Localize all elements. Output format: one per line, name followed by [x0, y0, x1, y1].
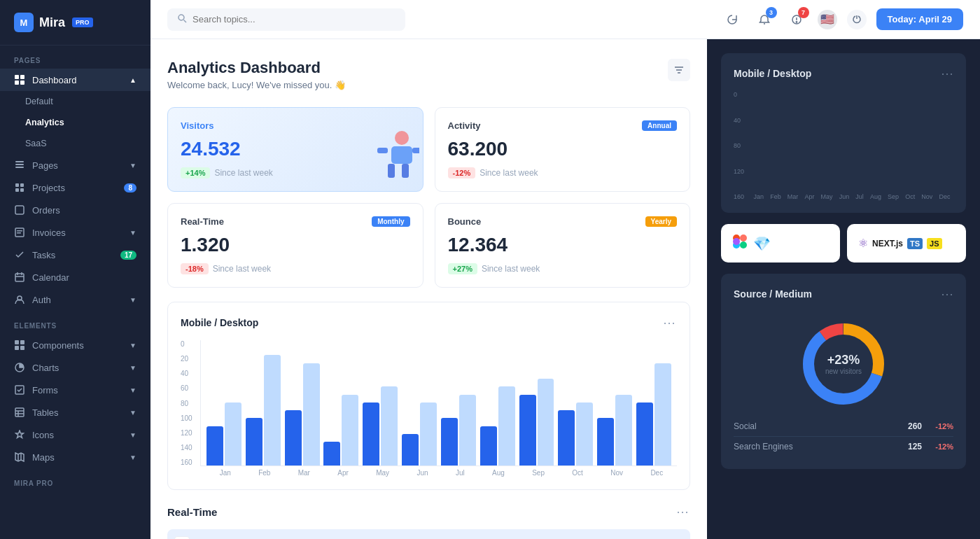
- realtime-card: Real-Time Monthly 1.320 -18% Since last …: [167, 203, 424, 288]
- svg-rect-4: [15, 161, 24, 162]
- svg-rect-0: [15, 75, 19, 79]
- sidebar-item-saas[interactable]: SaaS: [0, 133, 150, 154]
- bounce-label: Bounce: [448, 216, 482, 227]
- sidebar-item-maps[interactable]: Maps ▼: [0, 446, 150, 468]
- bounce-header: Bounce Yearly: [448, 216, 678, 227]
- alerts-badge: 7: [798, 7, 809, 18]
- bar-dark-jun: [402, 434, 419, 465]
- bar-group-sep: [519, 379, 554, 465]
- sidebar-item-orders[interactable]: Orders: [0, 199, 150, 221]
- sidebar-item-auth[interactable]: Auth ▼: [0, 288, 150, 311]
- logo-icon: M: [14, 13, 34, 32]
- tasks-badge: 17: [120, 251, 136, 260]
- realtime-change: -18% Since last week: [181, 263, 410, 274]
- realtime-more-button[interactable]: ⋯: [676, 504, 690, 519]
- svg-rect-3: [20, 80, 24, 85]
- search-wrapper[interactable]: [167, 8, 405, 31]
- realtime-title-row: Real-Time ⋯: [167, 504, 690, 519]
- bar-group-jul: [441, 395, 476, 465]
- sidebar-item-pages[interactable]: Pages ▼: [0, 154, 150, 176]
- maps-label: Maps: [32, 452, 55, 463]
- maps-chevron: ▼: [130, 454, 136, 461]
- search-input[interactable]: [192, 14, 396, 24]
- x-labels: JanFebMarAprMayJunJulAugSepOctNovDec: [181, 469, 677, 477]
- page-header: Analytics Dashboard Welcome back, Lucy! …: [167, 59, 690, 90]
- svg-rect-8: [20, 183, 24, 187]
- sidebar-item-components[interactable]: Components ▼: [0, 334, 150, 356]
- nav-right: 3 7 🇺🇸 Today: April 29: [721, 8, 963, 31]
- filter-button[interactable]: [668, 59, 690, 81]
- saas-label: SaaS: [25, 139, 47, 148]
- svg-point-39: [395, 131, 409, 145]
- tables-label: Tables: [32, 407, 59, 418]
- stats-grid: Visitors 24.532 +14% Since last week: [167, 107, 690, 288]
- sidebar-item-forms[interactable]: Forms ▼: [0, 379, 150, 401]
- projects-icon: [14, 182, 25, 193]
- activity-change: -12% Since last week: [448, 167, 678, 178]
- world-map-svg: [167, 529, 690, 539]
- bar-light-jan: [225, 402, 241, 465]
- svg-line-34: [184, 20, 187, 22]
- forms-icon: [14, 384, 25, 396]
- forms-label: Forms: [32, 385, 58, 396]
- sidebar-item-default[interactable]: Default: [0, 91, 150, 112]
- chart-title: Mobile / Desktop: [181, 317, 258, 328]
- activity-value: 63.200: [448, 138, 678, 160]
- dark-chart-title: Mobile / Desktop: [734, 68, 811, 79]
- notifications-button[interactable]: 3: [753, 8, 776, 31]
- bar-light-nov: [615, 395, 632, 465]
- sidebar-item-analytics[interactable]: Analytics: [0, 112, 150, 133]
- bar-dark-mar: [285, 410, 302, 465]
- dark-chart-more-button[interactable]: ⋯: [941, 66, 953, 81]
- bar-dark-feb: [246, 418, 262, 465]
- source-medium-title: Source / Medium: [734, 288, 812, 300]
- map-container: + −: [167, 529, 690, 539]
- sidebar-item-projects[interactable]: Projects 8: [0, 176, 150, 199]
- projects-badge: 8: [124, 183, 136, 192]
- alerts-button[interactable]: 7: [785, 8, 808, 31]
- source-search-value: 125: [894, 442, 922, 451]
- bar-light-aug: [498, 386, 515, 465]
- elements-section-label: ELEMENTS: [0, 311, 150, 334]
- sidebar-item-tasks[interactable]: Tasks 17: [0, 244, 150, 266]
- sidebar-item-calendar[interactable]: Calendar: [0, 266, 150, 288]
- icons-icon: [14, 429, 25, 440]
- invoices-chevron: ▼: [130, 229, 136, 237]
- js-icon: JS: [927, 238, 941, 249]
- svg-rect-40: [391, 146, 412, 164]
- activity-header: Activity Annual: [448, 120, 678, 131]
- tech-row: 💎 ⚛ NEXT.js TS JS: [721, 224, 966, 262]
- today-button[interactable]: Today: April 29: [876, 8, 963, 30]
- bar-light-apr: [342, 395, 358, 465]
- bar-group-nov: [597, 395, 632, 465]
- source-medium-more-button[interactable]: ⋯: [941, 286, 953, 302]
- dashboard-chevron: ▲: [130, 76, 136, 84]
- source-medium-header: Source / Medium ⋯: [734, 286, 953, 302]
- flag-button[interactable]: 🇺🇸: [818, 10, 837, 29]
- chart-more-button[interactable]: ⋯: [663, 315, 677, 330]
- orders-label: Orders: [32, 205, 60, 216]
- dark-y-labels: 16012080400: [734, 91, 750, 200]
- sidebar-item-tables[interactable]: Tables ▼: [0, 401, 150, 424]
- maps-icon: [14, 451, 25, 463]
- charts-icon: [14, 362, 25, 373]
- donut-chart: +23% new visitors: [798, 318, 889, 410]
- svg-marker-30: [15, 453, 24, 461]
- bar-light-dec: [654, 363, 671, 465]
- sidebar-item-dashboard[interactable]: Dashboard ▲: [0, 69, 150, 91]
- sidebar-item-invoices[interactable]: Invoices ▼: [0, 221, 150, 244]
- source-social-label: Social: [734, 421, 894, 431]
- svg-point-37: [796, 21, 797, 22]
- sidebar-item-charts[interactable]: Charts ▼: [0, 356, 150, 379]
- refresh-button[interactable]: [721, 8, 743, 31]
- charts-chevron: ▼: [130, 364, 136, 372]
- sidebar-item-icons[interactable]: Icons ▼: [0, 424, 150, 446]
- pages-section-label: PAGES: [0, 46, 150, 69]
- power-button[interactable]: [847, 10, 867, 29]
- realtime-section: Real-Time ⋯ + −: [167, 504, 690, 539]
- bounce-card: Bounce Yearly 12.364 +27% Since last wee…: [435, 203, 691, 288]
- source-medium-card: Source / Medium ⋯: [721, 274, 966, 469]
- donut-percent: +23%: [825, 353, 862, 368]
- bar-light-mar: [303, 363, 320, 465]
- default-label: Default: [25, 97, 53, 106]
